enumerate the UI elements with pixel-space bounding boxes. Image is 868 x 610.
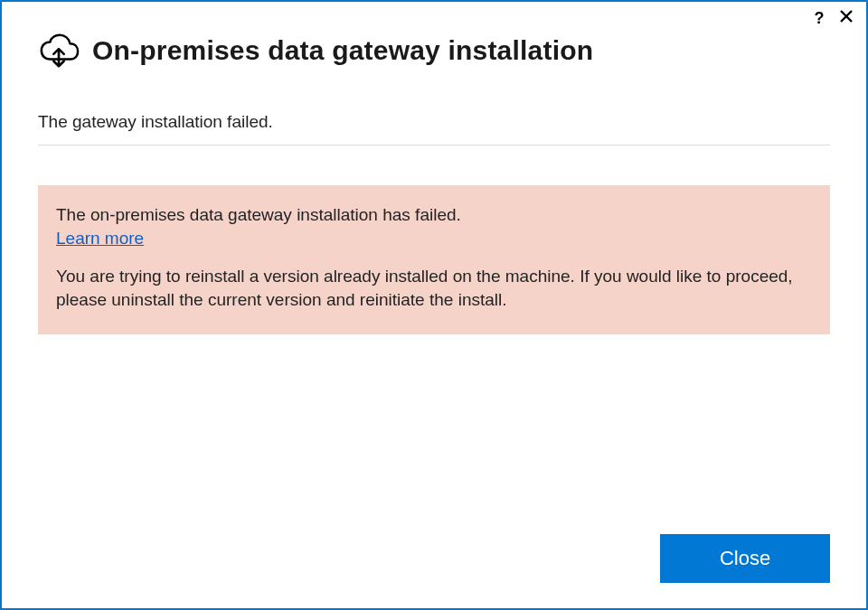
error-panel: The on-premises data gateway installatio…: [38, 185, 830, 334]
error-detail: You are trying to reinstall a version al…: [56, 265, 812, 311]
close-button[interactable]: Close: [660, 534, 830, 583]
help-icon[interactable]: ?: [810, 10, 828, 26]
cloud-gateway-icon: [38, 33, 80, 69]
error-title: The on-premises data gateway installatio…: [56, 205, 812, 225]
footer: Close: [660, 534, 830, 583]
titlebar-controls: ?: [810, 9, 855, 26]
learn-more-link[interactable]: Learn more: [56, 229, 144, 248]
status-message: The gateway installation failed.: [38, 112, 830, 145]
header: On-premises data gateway installation: [2, 2, 866, 87]
close-icon[interactable]: [837, 9, 855, 26]
page-title: On-premises data gateway installation: [92, 35, 593, 66]
